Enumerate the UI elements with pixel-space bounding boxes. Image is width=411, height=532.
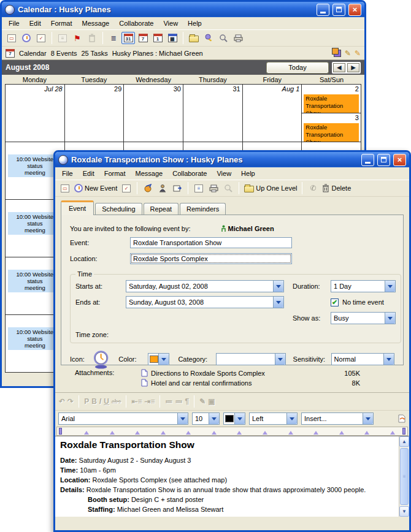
minimize-button[interactable] bbox=[317, 4, 329, 16]
menu-collaborate[interactable]: Collaborate bbox=[167, 169, 212, 178]
new-event-icon[interactable] bbox=[20, 32, 33, 44]
categories-icon[interactable] bbox=[334, 50, 341, 57]
tab-stop-marker[interactable] bbox=[212, 431, 217, 435]
category-combobox[interactable] bbox=[216, 353, 285, 365]
attachment-row[interactable]: Hotel and car rental confirmations 8K bbox=[141, 379, 360, 387]
menu-help[interactable]: Help bbox=[236, 169, 260, 178]
new-event-button[interactable]: New Event bbox=[73, 182, 118, 194]
menu-collaborate[interactable]: Collaborate bbox=[114, 18, 158, 28]
permissions-key-icon[interactable] bbox=[202, 32, 215, 44]
reply-icon[interactable] bbox=[141, 182, 155, 194]
up-one-level-icon[interactable] bbox=[187, 32, 201, 44]
tab-stop-marker[interactable] bbox=[135, 431, 140, 435]
new-appointment-icon[interactable]: ▭ bbox=[5, 32, 18, 44]
tab-stop-marker[interactable] bbox=[237, 431, 242, 435]
tab-event[interactable]: Event bbox=[61, 200, 94, 215]
day-cell-31[interactable]: 31 bbox=[183, 85, 243, 142]
menu-file[interactable]: File bbox=[4, 18, 25, 28]
day-cell-aug3[interactable]: 3 Roxdale Transportation Show bbox=[302, 113, 361, 142]
day-cell-aug2[interactable]: 2 Roxdale Transportation Show bbox=[302, 85, 361, 113]
chevron-down-icon[interactable] bbox=[286, 413, 297, 424]
menu-file[interactable]: File bbox=[57, 169, 78, 178]
calendar-event-roxdale-sat[interactable]: Roxdale Transportation Show bbox=[303, 94, 359, 113]
signature-pen-icon[interactable]: ✎ bbox=[355, 49, 361, 58]
menu-format[interactable]: Format bbox=[46, 18, 77, 28]
sensitivity-combobox[interactable]: Normal bbox=[331, 353, 394, 365]
today-button[interactable]: Today bbox=[267, 63, 328, 73]
day-view-button[interactable]: 1 bbox=[151, 32, 164, 44]
color-combobox[interactable] bbox=[148, 353, 169, 365]
week-view-button[interactable]: 7 bbox=[136, 32, 150, 44]
tab-stop-marker[interactable] bbox=[390, 431, 395, 435]
insert-combobox[interactable]: Insert... bbox=[301, 412, 374, 425]
tab-reminders[interactable]: Reminders bbox=[180, 203, 226, 215]
day-cell-jul28[interactable]: Jul 28 bbox=[6, 85, 65, 142]
scrollbar-thumb[interactable]: ≡ bbox=[400, 448, 409, 505]
scroll-up-icon[interactable]: ▲ bbox=[399, 436, 409, 447]
font-color-combobox[interactable] bbox=[223, 412, 245, 425]
list-view-icon[interactable]: ≣ bbox=[107, 32, 120, 44]
event-titlebar[interactable]: Roxdale Transportation Show : Husky Plan… bbox=[55, 152, 409, 167]
menu-message[interactable]: Message bbox=[131, 169, 168, 178]
tab-stop-marker[interactable] bbox=[263, 431, 267, 435]
maximize-button[interactable] bbox=[377, 154, 390, 166]
menu-edit[interactable]: Edit bbox=[25, 18, 46, 28]
day-cell-30[interactable]: 30 bbox=[124, 85, 183, 142]
new-task-icon[interactable]: ✓ bbox=[34, 32, 48, 44]
new-task-icon[interactable]: ✓ bbox=[120, 182, 133, 194]
event-name-input[interactable]: Roxdale Transportation Show bbox=[130, 237, 292, 248]
vertical-scrollbar[interactable]: ▲ ≡ ▼ bbox=[399, 436, 409, 517]
chevron-down-icon[interactable] bbox=[275, 354, 285, 365]
left-margin-marker[interactable] bbox=[59, 428, 62, 435]
flag-icon[interactable]: ⚑ bbox=[71, 32, 84, 44]
tab-stop-marker[interactable] bbox=[313, 431, 318, 435]
minimize-button[interactable] bbox=[361, 154, 374, 166]
menu-message[interactable]: Message bbox=[77, 18, 115, 28]
location-input[interactable]: Roxdale Sports Complex bbox=[130, 253, 292, 264]
no-time-event-checkbox[interactable]: ✔ bbox=[331, 298, 339, 306]
tab-stop-marker[interactable] bbox=[339, 431, 344, 435]
starts-at-combobox[interactable]: Saturday, August 02, 2008 bbox=[126, 280, 284, 292]
calendar-titlebar[interactable]: Calendar : Husky Planes × bbox=[2, 2, 364, 17]
tab-stop-marker[interactable] bbox=[84, 431, 89, 435]
chevron-down-icon[interactable] bbox=[363, 413, 373, 424]
message-body-document[interactable]: Roxdale Transportation Show Date: Saturd… bbox=[55, 436, 399, 517]
tab-stop-marker[interactable] bbox=[288, 431, 293, 435]
tab-stop-marker[interactable] bbox=[110, 431, 115, 435]
invite-attendee-icon[interactable] bbox=[156, 182, 169, 194]
forward-icon[interactable] bbox=[171, 182, 184, 194]
event-clock-icon[interactable] bbox=[92, 349, 110, 369]
chevron-down-icon[interactable] bbox=[209, 413, 219, 424]
alignment-combobox[interactable]: Left bbox=[249, 412, 298, 425]
menu-edit[interactable]: Edit bbox=[78, 169, 99, 178]
chevron-down-icon[interactable] bbox=[273, 281, 283, 292]
chevron-down-icon[interactable] bbox=[385, 313, 395, 324]
chevron-down-icon[interactable] bbox=[234, 413, 245, 424]
close-button[interactable]: × bbox=[348, 4, 361, 16]
tab-stop-marker[interactable] bbox=[186, 431, 191, 435]
maximize-button[interactable] bbox=[332, 4, 345, 16]
quick-insert-icon[interactable] bbox=[398, 414, 406, 423]
chevron-down-icon[interactable] bbox=[385, 281, 395, 292]
menu-view[interactable]: View bbox=[212, 169, 236, 178]
multi-week-view-button[interactable]: ▦ bbox=[166, 32, 179, 44]
print-icon[interactable] bbox=[207, 182, 220, 194]
chevron-down-icon[interactable] bbox=[383, 354, 394, 365]
previous-month-button[interactable]: ◀ bbox=[333, 63, 345, 72]
month-view-button[interactable]: 31 bbox=[121, 32, 135, 44]
chevron-down-icon[interactable] bbox=[158, 354, 169, 365]
close-button[interactable]: × bbox=[393, 154, 406, 166]
chevron-down-icon[interactable] bbox=[177, 413, 188, 424]
font-size-combobox[interactable]: 10 bbox=[192, 412, 220, 425]
message-body-editor[interactable]: Roxdale Transportation Show Date: Saturd… bbox=[55, 436, 409, 517]
menu-view[interactable]: View bbox=[158, 18, 183, 28]
tab-repeat[interactable]: Repeat bbox=[144, 203, 179, 215]
print-icon[interactable] bbox=[231, 32, 245, 44]
next-month-button[interactable]: ▶ bbox=[347, 63, 359, 72]
ends-at-combobox[interactable]: Sunday, August 03, 2008 bbox=[126, 296, 284, 308]
right-margin-marker[interactable] bbox=[402, 428, 405, 435]
duration-combobox[interactable]: 1 Day bbox=[331, 280, 396, 292]
new-appointment-icon[interactable]: ▭ bbox=[58, 182, 72, 194]
menu-help[interactable]: Help bbox=[183, 18, 207, 28]
day-cell-aug1[interactable]: Aug 1 bbox=[243, 85, 302, 142]
